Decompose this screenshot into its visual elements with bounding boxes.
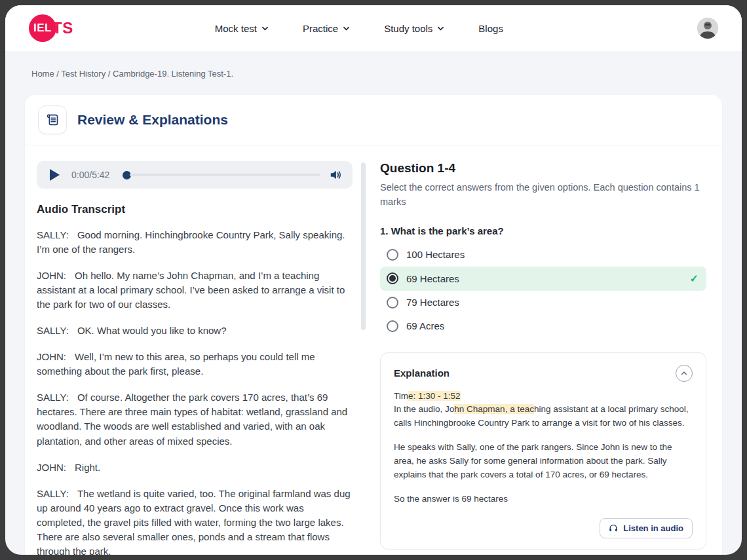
seek-bar[interactable] [123,171,320,179]
explanation-footer: Listen in audio [394,518,693,538]
option-69-hectares-correct[interactable]: 69 Hectares ✓ [380,267,706,291]
p1-pre: In the audio, Jo [394,404,454,414]
avatar-photo [697,18,718,39]
speaker-label: SALLY: [37,488,69,499]
review-icon-box [38,105,67,134]
transcript-paragraph: SALLY:Good morning. Hinchingbrooke Count… [37,228,353,257]
explanation-answer: So the answer is 69 hectares [394,493,693,506]
top-nav: IEL TS Mock test Practice Study tools Bl… [5,5,742,51]
chevron-down-icon [437,25,444,32]
radio-unselected-icon[interactable] [387,320,398,332]
explanation-paragraph-1: In the audio, John Chapman, a teaching a… [394,403,693,430]
option-label: 100 Hectares [406,249,465,260]
user-avatar[interactable] [697,18,718,39]
chevron-down-icon [343,25,350,32]
radio-unselected-icon[interactable] [387,297,398,308]
nav-item-label: Study tools [384,23,432,34]
nav-links: Mock test Practice Study tools Blogs [215,23,503,34]
ielts-logo[interactable]: IEL TS [29,14,73,42]
chevron-up-icon [680,369,688,377]
speaker-label: JOHN: [37,270,66,281]
transcript-heading: Audio Transcript [37,203,353,216]
nav-item-blogs[interactable]: Blogs [478,23,503,34]
speaker-text: Oh hello. My name’s John Chapman, and I’… [37,270,345,310]
option-100-hectares[interactable]: 100 Hectares [380,243,706,267]
speaker-label: SALLY: [37,229,69,240]
nav-item-study-tools[interactable]: Study tools [384,23,444,34]
transcript-paragraph: SALLY:OK. What would you like to know? [37,324,353,338]
play-button[interactable] [50,169,60,181]
audio-time: 0:00/5:42 [71,170,109,180]
question-group-title: Question 1-4 [380,161,706,176]
time-highlight: e: 1:30 - 1:52 [408,391,461,401]
speaker-text: Well, I’m new to this area, so perhaps y… [37,351,315,377]
transcript-panel: 0:00/5:42 Audio Transcript SALLY [37,161,353,555]
page-title: Review & Explanations [77,112,228,128]
question-1-title: 1. What is the park’s area? [380,225,706,236]
speaker-label: JOHN: [37,462,66,473]
nav-item-practice[interactable]: Practice [303,23,350,34]
listen-in-audio-button[interactable]: Listen in audio [600,518,693,538]
transcript-paragraph: JOHN:Oh hello. My name’s John Chapman, a… [37,269,353,312]
headphones-icon [609,523,618,532]
transcript-paragraph: SALLY:The wetland is quite varied, too. … [37,487,353,555]
nav-item-label: Mock test [215,23,257,34]
option-79-hectares[interactable]: 79 Hectares [380,291,706,314]
seek-track[interactable] [130,174,320,176]
speaker-text: OK. What would you like to know? [77,325,227,336]
speaker-text: Of course. Altogether the park covers 17… [37,392,347,446]
option-label: 79 Hectares [406,297,459,308]
explanation-time: Time: 1:30 - 1:52 [394,390,693,403]
option-label: 69 Hectares [406,273,459,284]
nav-item-label: Blogs [478,23,503,34]
radio-unselected-icon[interactable] [387,249,398,261]
speaker-text: Right. [75,462,100,473]
option-69-acres[interactable]: 69 Acres [380,314,706,338]
correct-check-icon: ✓ [690,272,699,285]
questions-panel: Question 1-4 Select the correct answers … [380,161,708,555]
collapse-button[interactable] [676,365,693,382]
card-body: 0:00/5:42 Audio Transcript SALLY [25,145,722,555]
breadcrumb[interactable]: Home / Test History / Cambridge-19. List… [5,51,742,95]
speaker-label: JOHN: [37,351,66,362]
transcript-scrollbar[interactable] [361,162,366,330]
volume-button[interactable] [329,169,342,181]
transcript-scroll-icon [45,113,60,127]
explanation-paragraph-2: He speaks with Sally, one of the park ra… [394,441,693,482]
transcript-paragraph: SALLY:Of course. Altogether the park cov… [37,390,353,448]
transcript-paragraph: JOHN:Well, I’m new to this area, so perh… [37,350,353,379]
review-card: Review & Explanations 0:00/5:42 [25,95,722,555]
nav-item-mock-test[interactable]: Mock test [215,23,269,34]
option-label: 69 Acres [406,320,444,331]
explanation-card: Explanation Time: 1:30 - 1:52 In the aud… [380,352,706,550]
p1-highlight: hn Chapman, a teac [454,404,534,414]
app-window: IEL TS Mock test Practice Study tools Bl… [5,5,742,555]
speaker-label: SALLY: [37,325,69,336]
ielts-logo-suffix: TS [52,19,73,37]
nav-item-label: Practice [303,23,338,34]
explanation-title: Explanation [394,367,450,379]
speaker-text: The wetland is quite varied, too. The or… [37,488,351,555]
question-instructions: Select the correct answers from the give… [380,181,706,210]
card-header: Review & Explanations [25,95,722,145]
chevron-down-icon [261,25,269,32]
listen-button-label: Listen in audio [623,523,683,533]
explanation-header: Explanation [394,365,693,382]
audio-player: 0:00/5:42 [37,161,353,189]
speaker-label: SALLY: [37,392,69,403]
transcript-paragraph: JOHN:Right. [37,460,353,475]
time-plain: Tim [394,391,408,401]
question-1-options: 100 Hectares 69 Hectares ✓ 79 Hectares 6… [380,243,706,338]
speaker-icon [329,169,342,181]
radio-selected-icon[interactable] [387,272,398,284]
speaker-text: Good morning. Hinchingbrooke Country Par… [37,229,345,255]
